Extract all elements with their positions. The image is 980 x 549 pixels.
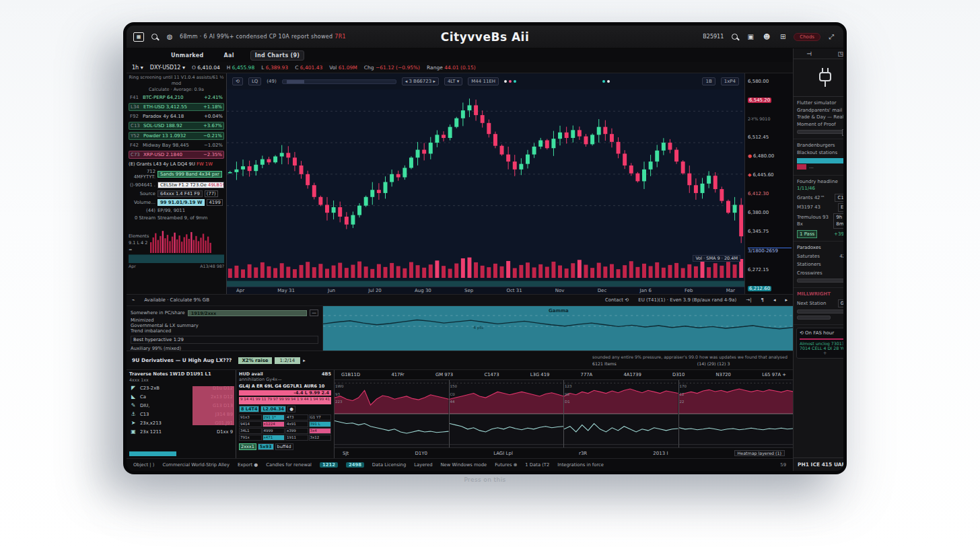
- table-row[interactable]: ▣23x 1211D1xx 9: [129, 427, 233, 436]
- book-cell-teal[interactable]: 8 L4T4: [239, 406, 259, 412]
- mini-axis: 1W093223: [335, 383, 343, 406]
- mini-chart[interactable]: 1W093223: [335, 380, 450, 447]
- book-grid-cell[interactable]: 291 1*: [262, 414, 285, 420]
- book-grid-cell[interactable]: 473: [285, 414, 308, 420]
- search-icon-right[interactable]: [729, 32, 740, 42]
- object-tool[interactable]: Object | ): [133, 462, 154, 468]
- watchlist-row[interactable]: C73XRP-USD 2.1840−2.35%: [129, 151, 224, 159]
- book-grid-cell[interactable]: 1911: [285, 435, 308, 441]
- book-grid-cell[interactable]: 4x91: [285, 421, 308, 427]
- book-grid-cell[interactable]: 791x: [239, 435, 262, 441]
- watchlist-green-chip[interactable]: Sands 999 Band 4x34 pxr: [158, 171, 222, 178]
- watchlist-row[interactable]: C13SOL-USD 188.92+3.67%: [129, 122, 224, 130]
- book-grid-cell[interactable]: x471: [262, 435, 285, 441]
- layout-icon[interactable]: ◳: [837, 50, 843, 57]
- price-label: 6,580.00: [748, 79, 792, 84]
- volume-pane[interactable]: Vol · SMA 9 · 20.4M: [227, 254, 744, 281]
- monitor-icon[interactable]: ▣: [745, 32, 756, 42]
- status-item[interactable]: Layered: [414, 462, 432, 468]
- tab-aal[interactable]: Aal: [220, 51, 238, 60]
- book-grid[interactable]: 91x3291 1*473G1 Y79414x12244x91391 L34L1…: [239, 414, 331, 441]
- search-icon[interactable]: [149, 32, 160, 42]
- lq-button[interactable]: LQ: [248, 77, 261, 85]
- heatmap-toggle[interactable]: Heatmap layered (1): [734, 450, 785, 456]
- watchlist-row[interactable]: L34ETH-USD 3,412.55+1.18%: [129, 103, 224, 111]
- strip-input[interactable]: X2% raise 1:2/14 ▸: [238, 357, 305, 364]
- watchlist-row[interactable]: F41BTC-PERP 64,210+2.41%: [129, 94, 224, 101]
- tab-unmarked[interactable]: Unmarked: [167, 51, 208, 60]
- mini-chart[interactable]: 12398D1: [564, 380, 679, 447]
- type-dropdown[interactable]: 4LT ▾: [444, 77, 462, 85]
- book-green-badge[interactable]: 2xxx1: [239, 443, 256, 450]
- undo-button[interactable]: ⟲: [232, 77, 243, 85]
- pass-badge[interactable]: 1 Pass: [797, 230, 817, 239]
- titlebar-search-hot: 7R1: [335, 34, 346, 40]
- progress-input[interactable]: 1919/2xxx: [188, 310, 308, 316]
- series-dropdown[interactable]: ◂ 3 B66723 ▸: [402, 77, 439, 85]
- expand-icon[interactable]: ⤢: [826, 32, 837, 42]
- status-item[interactable]: Data Licensing: [372, 462, 406, 468]
- raise-chip[interactable]: X2% raise: [238, 357, 271, 364]
- teal-area-chart[interactable]: Gamma 4 pts: [323, 306, 793, 351]
- magenta-line: [800, 338, 847, 340]
- status-item[interactable]: Futures ⊕: [495, 462, 517, 468]
- mini-btn-1xp4[interactable]: 1xP4: [721, 77, 739, 85]
- book-grid-cell[interactable]: x399: [285, 428, 308, 434]
- zoom-slider-knob[interactable]: [287, 80, 304, 83]
- status-item[interactable]: Commercial World-Strip Alley: [162, 462, 230, 468]
- contact-label[interactable]: Contact ⟲: [605, 297, 629, 303]
- watchlist-row[interactable]: F42Midway Bay 98,445−1.02%: [129, 142, 224, 149]
- add-icon[interactable]: +: [800, 351, 847, 356]
- app-logo-icon[interactable]: ▦: [133, 32, 144, 42]
- book-grid-cell[interactable]: G1 Y7: [309, 414, 332, 420]
- next-icon[interactable]: ▸: [785, 297, 788, 303]
- book-cell-teal[interactable]: L2.04.34: [260, 406, 286, 412]
- analytics-boxed-row[interactable]: Best hyperactive 1:29: [131, 336, 318, 344]
- kv-row: M3197 43E4D: [797, 203, 847, 212]
- book-grid-cell[interactable]: 3x4: [309, 428, 332, 434]
- zoom-slider[interactable]: [282, 79, 396, 84]
- titlebar-search-text[interactable]: 68mm · 6 AI 99%+ condensed CP 10A report…: [180, 34, 346, 40]
- prev-icon[interactable]: ◂: [773, 297, 776, 303]
- indicator-dropdown[interactable]: M44 11EH: [468, 77, 499, 85]
- export-button[interactable]: Export ●: [238, 462, 258, 468]
- tab-ind-charts[interactable]: Ind Charts (9): [250, 50, 305, 61]
- book-grid-cell[interactable]: 9414: [239, 421, 262, 427]
- status-badge[interactable]: Chods: [794, 33, 820, 41]
- volume-input[interactable]: 99 91.01/9.19 W: [158, 199, 205, 206]
- status-item[interactable]: Integrations in force: [557, 462, 604, 468]
- price-axis[interactable]: 6,580.00 6,545.20 2-Y% 9010 6,512.45 ●6,…: [744, 73, 793, 294]
- status-item[interactable]: New Windows mode: [441, 462, 487, 468]
- book-grid-cell[interactable]: 4999: [262, 428, 285, 434]
- candlestick-chart[interactable]: [227, 89, 744, 251]
- watchlist-row[interactable]: Y52Powder 13 1.0932−0.21%: [129, 132, 224, 140]
- book-grid-cell[interactable]: 34L1: [239, 428, 262, 434]
- dock-icon[interactable]: ⊣: [806, 50, 812, 57]
- book-grid-cell[interactable]: x1224: [262, 421, 285, 427]
- book-grid-cell[interactable]: 91x3: [239, 414, 262, 420]
- assistant-icon[interactable]: ◍: [164, 32, 175, 42]
- notes-table-subheader: 4xxx 1xx: [129, 377, 233, 382]
- expand-arrow-icon[interactable]: ▸: [303, 358, 306, 363]
- watchlist-row[interactable]: F92Paradox 4y 64.18+0.04%: [129, 113, 224, 120]
- collapse-icon[interactable]: ⌃: [846, 330, 847, 336]
- status-item[interactable]: 1 Data (T2: [525, 462, 549, 468]
- status-item[interactable]: Candles for renewal: [266, 462, 312, 468]
- mini-chart[interactable]: 1701222: [679, 380, 794, 447]
- user-icon[interactable]: ☻: [761, 32, 772, 42]
- footer-label: PH1 ICE 415 UAF: [798, 462, 845, 468]
- skip-icon[interactable]: →|: [746, 297, 751, 303]
- mini-btn-1b[interactable]: 1B: [702, 77, 715, 85]
- candlestick-pane[interactable]: [227, 89, 744, 254]
- page-background: ▦ ◍ 68mm · 6 AI 99%+ condensed CP 10A re…: [0, 0, 980, 549]
- source-input[interactable]: 64xxx 1.4 F41 F9: [158, 190, 203, 197]
- book-grid-cell[interactable]: 391 L: [309, 421, 332, 427]
- symbol-dropdown[interactable]: DXY-USD12 ▾: [150, 65, 185, 71]
- grid-icon[interactable]: ⊞: [777, 32, 788, 42]
- interval-dropdown[interactable]: 1h ▾: [132, 65, 143, 71]
- sidebar-progress[interactable]: 110: [797, 130, 847, 134]
- fas-title[interactable]: ⟲ On FAS hour: [800, 330, 834, 336]
- book-grid-cell[interactable]: 3x12: [309, 435, 332, 441]
- pilcrow-icon[interactable]: ¶: [761, 297, 764, 303]
- mini-chart[interactable]: 150C044: [450, 380, 565, 447]
